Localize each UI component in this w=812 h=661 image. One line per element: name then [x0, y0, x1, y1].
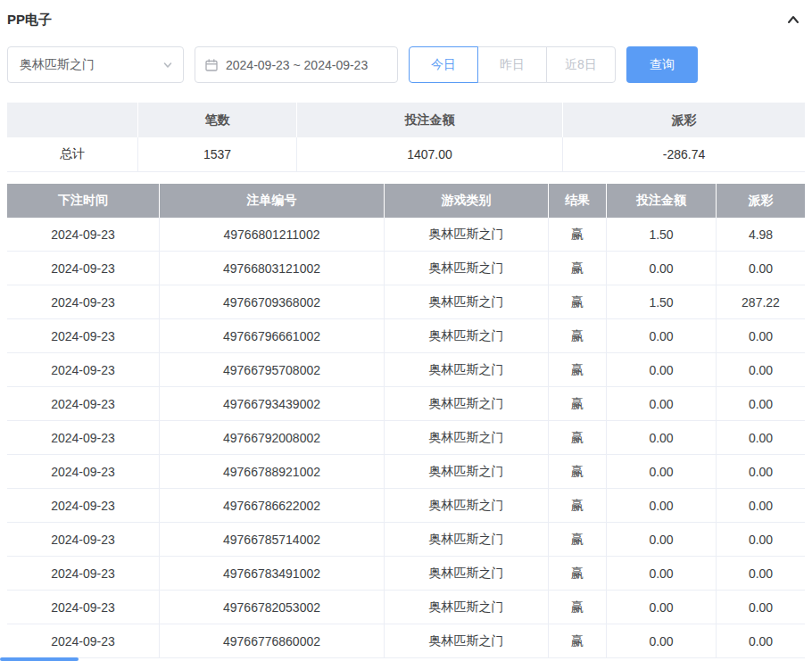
- table-row: 2024-09-2349766782053002奥林匹斯之门赢0.000.00: [7, 591, 805, 624]
- cell-bet-time: 2024-09-23: [7, 252, 160, 285]
- cell-result: 赢: [549, 489, 607, 522]
- summary-payout-value: -286.74: [563, 137, 805, 171]
- cell-payout: 287.22: [717, 285, 805, 318]
- panel-title: PP电子: [7, 12, 52, 29]
- collapse-button[interactable]: [782, 10, 805, 29]
- table-row: 2024-09-2349766785714002奥林匹斯之门赢0.000.00: [7, 523, 805, 557]
- filter-bar: 奥林匹斯之门 2024-09-23 ~ 2024-09-23 今日 昨日 近8日…: [7, 46, 805, 83]
- cell-payout: 0.00: [717, 319, 805, 352]
- cell-bet-amount: 0.00: [607, 319, 717, 352]
- cell-bet-time: 2024-09-23: [7, 387, 160, 420]
- header-bet-amount: 投注金额: [607, 184, 717, 218]
- records-table: 下注时间 注单编号 游戏类别 结果 投注金额 派彩 2024-09-234976…: [7, 184, 805, 658]
- cell-bet-amount: 0.00: [607, 252, 717, 285]
- cell-bet-id: 49766793439002: [160, 387, 385, 420]
- cell-bet-id: 49766792008002: [160, 421, 385, 454]
- cell-game-type: 奥林匹斯之门: [385, 319, 549, 352]
- cell-game-type: 奥林匹斯之门: [385, 353, 549, 386]
- table-row: 2024-09-2349766788921002奥林匹斯之门赢0.000.00: [7, 455, 805, 489]
- cell-bet-time: 2024-09-23: [7, 353, 160, 386]
- cell-bet-id: 49766788921002: [160, 455, 385, 488]
- table-row: 2024-09-2349766786622002奥林匹斯之门赢0.000.00: [7, 489, 805, 523]
- table-row: 2024-09-2349766709368002奥林匹斯之门赢1.50287.2…: [7, 285, 805, 319]
- header-result: 结果: [549, 184, 607, 218]
- cell-bet-amount: 0.00: [607, 557, 717, 590]
- summary-header-blank: [7, 103, 138, 137]
- pp-games-records-panel: PP电子 奥林匹斯之门 2024-09-23 ~ 2024: [0, 0, 812, 661]
- cell-bet-id: 49766782053002: [160, 591, 385, 624]
- horizontal-scrollbar-thumb[interactable]: [0, 657, 79, 661]
- cell-game-type: 奥林匹斯之门: [385, 591, 549, 624]
- table-row: 2024-09-2349766795708002奥林匹斯之门赢0.000.00: [7, 353, 805, 387]
- cell-bet-time: 2024-09-23: [7, 523, 160, 556]
- cell-bet-time: 2024-09-23: [7, 421, 160, 454]
- summary-header-row: 笔数 投注金额 派彩: [7, 103, 805, 137]
- cell-game-type: 奥林匹斯之门: [385, 523, 549, 556]
- summary-total-row: 总计 1537 1407.00 -286.74: [7, 137, 805, 172]
- header-payout: 派彩: [717, 184, 805, 218]
- cell-bet-time: 2024-09-23: [7, 557, 160, 590]
- cell-bet-amount: 0.00: [607, 624, 717, 657]
- cell-payout: 0.00: [717, 624, 805, 657]
- cell-bet-amount: 0.00: [607, 591, 717, 624]
- cell-bet-amount: 0.00: [607, 387, 717, 420]
- cell-game-type: 奥林匹斯之门: [385, 455, 549, 488]
- table-row: 2024-09-2349766792008002奥林匹斯之门赢0.000.00: [7, 421, 805, 455]
- cell-payout: 0.00: [717, 591, 805, 624]
- header-bet-id: 注单编号: [160, 184, 385, 218]
- cell-game-type: 奥林匹斯之门: [385, 387, 549, 420]
- cell-bet-amount: 1.50: [607, 285, 717, 318]
- cell-payout: 0.00: [717, 353, 805, 386]
- cell-payout: 0.00: [717, 252, 805, 285]
- cell-result: 赢: [549, 252, 607, 285]
- cell-game-type: 奥林匹斯之门: [385, 624, 549, 657]
- cell-result: 赢: [549, 523, 607, 556]
- cell-bet-id: 49766796661002: [160, 319, 385, 352]
- header-game-type: 游戏类别: [385, 184, 549, 218]
- cell-bet-amount: 0.00: [607, 353, 717, 386]
- cell-result: 赢: [549, 591, 607, 624]
- panel-header: PP电子: [7, 0, 805, 39]
- cell-result: 赢: [549, 557, 607, 590]
- game-select-value: 奥林匹斯之门: [20, 57, 95, 73]
- cell-bet-amount: 0.00: [607, 523, 717, 556]
- cell-result: 赢: [549, 319, 607, 352]
- cell-payout: 0.00: [717, 557, 805, 590]
- table-row: 2024-09-2349766776860002奥林匹斯之门赢0.000.00: [7, 624, 805, 658]
- summary-total-label: 总计: [7, 137, 138, 171]
- table-row: 2024-09-2349766796661002奥林匹斯之门赢0.000.00: [7, 319, 805, 353]
- cell-bet-id: 49766785714002: [160, 523, 385, 556]
- cell-bet-amount: 0.00: [607, 489, 717, 522]
- date-range-picker[interactable]: 2024-09-23 ~ 2024-09-23: [195, 46, 398, 83]
- cell-result: 赢: [549, 387, 607, 420]
- cell-bet-id: 49766783491002: [160, 557, 385, 590]
- cell-payout: 0.00: [717, 489, 805, 522]
- header-bet-time: 下注时间: [7, 184, 160, 218]
- cell-bet-amount: 0.00: [607, 455, 717, 488]
- summary-bet-amount-value: 1407.00: [297, 137, 563, 171]
- table-row: 2024-09-2349766803121002奥林匹斯之门赢0.000.00: [7, 252, 805, 285]
- cell-game-type: 奥林匹斯之门: [385, 489, 549, 522]
- cell-bet-time: 2024-09-23: [7, 319, 160, 352]
- cell-payout: 0.00: [717, 421, 805, 454]
- cell-bet-time: 2024-09-23: [7, 285, 160, 318]
- cell-bet-id: 49766795708002: [160, 353, 385, 386]
- records-table-body: 2024-09-2349766801211002奥林匹斯之门赢1.504.982…: [7, 218, 805, 658]
- cell-bet-time: 2024-09-23: [7, 489, 160, 522]
- game-select[interactable]: 奥林匹斯之门: [7, 46, 184, 83]
- cell-bet-id: 49766709368002: [160, 285, 385, 318]
- cell-game-type: 奥林匹斯之门: [385, 557, 549, 590]
- cell-result: 赢: [549, 285, 607, 318]
- query-button[interactable]: 查询: [626, 46, 698, 83]
- cell-result: 赢: [549, 455, 607, 488]
- records-table-header: 下注时间 注单编号 游戏类别 结果 投注金额 派彩: [7, 184, 805, 218]
- quick-button-today[interactable]: 今日: [409, 46, 478, 83]
- calendar-icon: [204, 58, 219, 72]
- quick-button-last8days[interactable]: 近8日: [546, 46, 616, 83]
- quick-date-buttons: 今日 昨日 近8日: [409, 46, 616, 83]
- cell-game-type: 奥林匹斯之门: [385, 252, 549, 285]
- quick-button-yesterday[interactable]: 昨日: [477, 46, 547, 83]
- cell-bet-id: 49766803121002: [160, 252, 385, 285]
- summary-header-payout: 派彩: [563, 103, 805, 137]
- cell-payout: 4.98: [717, 218, 805, 251]
